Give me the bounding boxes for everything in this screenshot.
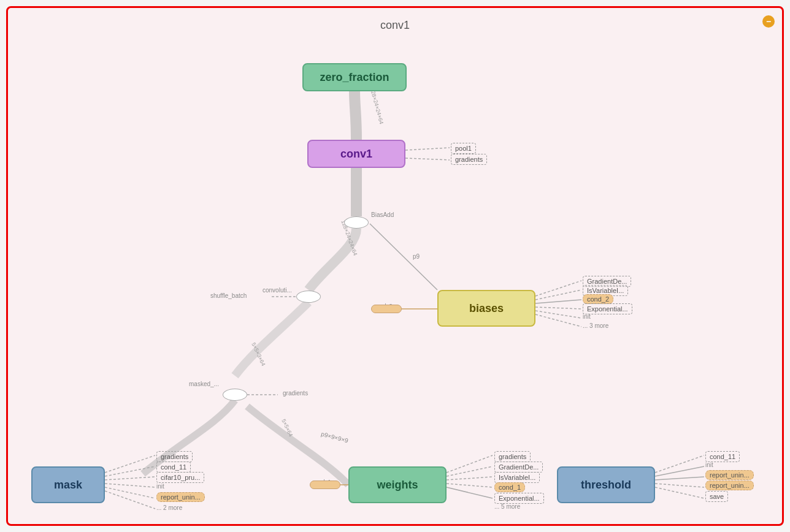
node-weights[interactable]: weights (348, 466, 447, 503)
out-label-report2-threshold: report_unin... (705, 481, 754, 490)
out-label-cond1-weights: cond_1 (494, 482, 525, 492)
pill-cond1[interactable] (310, 481, 340, 489)
svg-line-23 (405, 158, 450, 160)
label-more-biases: ... 3 more (583, 322, 608, 329)
node-biases[interactable]: biases (437, 290, 535, 327)
svg-line-13 (447, 477, 493, 480)
node-conv1[interactable]: conv1 (307, 140, 405, 168)
out-label-report1-mask: report_unin... (156, 492, 205, 502)
out-label-report1-threshold: report_unin... (705, 470, 754, 480)
svg-line-14 (447, 484, 493, 487)
svg-line-26 (655, 477, 704, 480)
graph-container: conv1 − (6, 6, 784, 526)
dim-label-top: 128×24×24×64 (369, 87, 385, 124)
svg-line-10 (105, 491, 155, 509)
label-masked: masked_... (189, 381, 219, 387)
svg-line-22 (405, 148, 450, 150)
svg-line-17 (535, 290, 581, 300)
label-p9: p9 (413, 253, 420, 260)
label-p9x9x9x9: p9×9×9×9 (320, 430, 349, 444)
ellipse-biasadd[interactable] (344, 216, 369, 229)
label-convoluti: convoluti... (263, 287, 292, 294)
out-label-cond2-biases: cond_2 (583, 294, 613, 304)
svg-line-7 (105, 477, 155, 480)
graph-title: conv1 (380, 19, 410, 32)
node-threshold[interactable]: threshold (557, 466, 655, 503)
out-label-gradientde-weights: GradientDe... (494, 462, 543, 473)
out-label-isvariablei-weights: IsVariableI... (494, 472, 540, 483)
out-label-gradients-mask: gradients (156, 451, 193, 462)
svg-line-9 (105, 487, 155, 498)
out-label-cond11-mask: cond_11 (156, 462, 191, 473)
label-more-mask: ... 2 more (156, 504, 182, 511)
svg-line-21 (535, 314, 581, 327)
label-init-biases: init (583, 313, 591, 320)
label-gradients-masked: gradients (283, 390, 308, 397)
out-label-cifar10-mask: cifar10_pru... (156, 472, 204, 483)
svg-line-12 (447, 466, 493, 476)
ellipse-masked[interactable] (223, 389, 247, 401)
svg-line-25 (655, 466, 704, 476)
svg-line-15 (447, 487, 493, 498)
dim-label-5x5x64: 5×5×64 (280, 418, 294, 438)
svg-line-11 (447, 455, 493, 473)
label-more-weights: ... 5 more (494, 503, 520, 510)
out-label-pool1: pool1 (451, 143, 476, 154)
out-label-gradients-weights: gradients (494, 451, 531, 462)
ellipse-convoluti[interactable] (296, 291, 321, 303)
svg-line-19 (535, 307, 581, 309)
label-init-threshold: init (705, 462, 713, 468)
out-label-exponential-weights: Exponential... (494, 493, 544, 504)
svg-line-6 (105, 466, 155, 476)
svg-line-24 (655, 455, 704, 473)
svg-line-28 (655, 487, 704, 498)
label-init-mask: init (156, 483, 164, 490)
svg-line-27 (655, 484, 704, 487)
dim-label-5x5x3x64: 5×5×3×64 (250, 341, 266, 367)
node-mask[interactable]: mask (31, 466, 105, 503)
out-label-gradients-conv1: gradients (451, 154, 487, 165)
svg-line-5 (105, 455, 155, 473)
out-label-cond11-threshold: cond_11 (705, 451, 740, 462)
label-biasadd: BiasAdd (371, 211, 394, 218)
svg-line-20 (535, 311, 581, 318)
collapse-button[interactable]: − (762, 15, 775, 28)
pill-cond2[interactable] (371, 305, 402, 313)
label-shuffle-batch: shuffle_batch (210, 292, 247, 299)
svg-line-8 (105, 484, 155, 487)
svg-line-16 (535, 281, 581, 296)
out-label-save-threshold: save (705, 491, 728, 502)
node-zero-fraction[interactable]: zero_fraction (302, 63, 407, 91)
svg-line-18 (535, 300, 581, 303)
svg-line-0 (370, 224, 437, 290)
